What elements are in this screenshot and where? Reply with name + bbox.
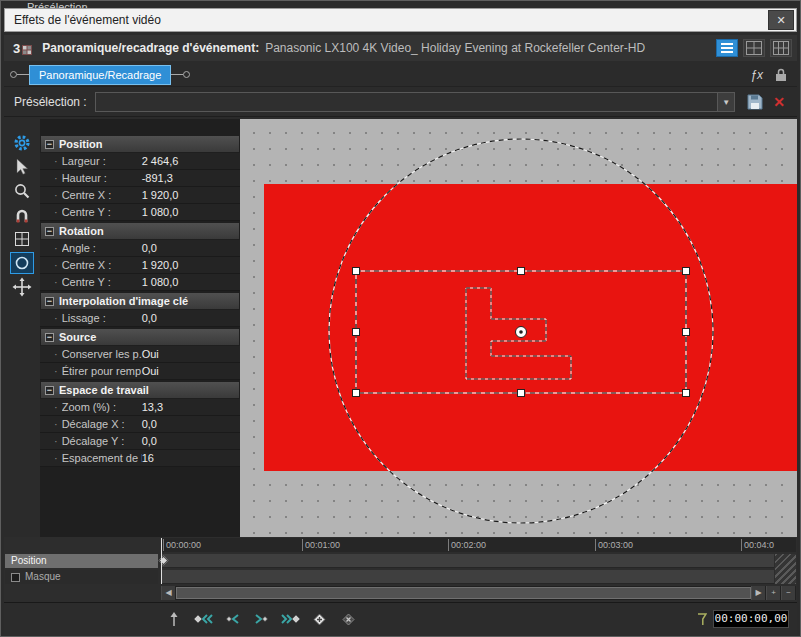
property-value[interactable]: -891,3 — [142, 172, 173, 184]
property-value[interactable]: 1 080,0 — [142, 276, 179, 288]
position-keyframe-lane[interactable] — [161, 554, 774, 568]
collapse-icon[interactable]: − — [45, 297, 54, 306]
preset-combobox[interactable]: ▼ — [95, 92, 736, 112]
crop-overlay[interactable] — [240, 119, 797, 537]
section-header-rotation[interactable]: − Rotation — [41, 223, 239, 239]
property-row[interactable]: Étirer pour remp...Oui — [40, 363, 240, 380]
preset-label: Présélection : — [14, 95, 87, 109]
crop-handle-n[interactable] — [518, 268, 525, 275]
track-row-masque[interactable]: Masque — [5, 570, 158, 584]
filter-flag-icon[interactable] — [697, 613, 707, 626]
delete-preset-button[interactable]: ✕ — [773, 94, 785, 110]
gear-tool-button[interactable] — [10, 132, 34, 154]
playhead[interactable] — [161, 538, 162, 584]
crop-handle-s[interactable] — [518, 390, 525, 397]
property-row[interactable]: Centre X :1 920,0 — [40, 187, 240, 204]
properties-list-button[interactable] — [716, 39, 738, 57]
close-button[interactable]: ✕ — [768, 10, 794, 30]
crop-handle-nw[interactable] — [353, 268, 360, 275]
sync-cursor-button[interactable] — [164, 610, 184, 628]
plugin-title: Panoramique/recadrage d'événement: — [42, 41, 259, 55]
property-row[interactable]: Décalage Y :0,0 — [40, 433, 240, 450]
zoom-tool-button[interactable] — [10, 180, 34, 202]
property-row[interactable]: Largeur :2 464,6 — [40, 153, 240, 170]
crop-handle-ne[interactable] — [683, 268, 690, 275]
zoom-out-button[interactable]: − — [781, 586, 796, 600]
section-title: Interpolation d'image clé — [59, 295, 188, 307]
zoom-in-button[interactable]: + — [766, 586, 781, 600]
masque-keyframe-lane[interactable] — [161, 570, 774, 584]
section-title: Rotation — [59, 225, 104, 237]
plugin-chain-button[interactable] — [775, 68, 787, 82]
hscroll-thumb[interactable] — [176, 587, 751, 599]
property-row[interactable]: Centre Y :1 080,0 — [40, 274, 240, 291]
property-value[interactable]: 1 920,0 — [142, 259, 179, 271]
property-row[interactable]: Zoom (%) :13,3 — [40, 399, 240, 416]
crop-handle-e[interactable] — [683, 329, 690, 336]
floppy-icon — [747, 94, 763, 110]
grid-tool-button[interactable] — [10, 228, 34, 250]
property-value[interactable]: 1 080,0 — [142, 206, 179, 218]
section-title: Source — [59, 331, 96, 343]
insert-keyframe-button[interactable] — [309, 610, 329, 628]
property-label: Centre X : — [62, 189, 142, 201]
property-row[interactable]: Décalage X :0,0 — [40, 416, 240, 433]
property-value[interactable]: 0,0 — [142, 242, 157, 254]
property-row[interactable]: Centre Y :1 080,0 — [40, 204, 240, 221]
track-row-position[interactable]: Position — [5, 554, 158, 568]
property-value[interactable]: Oui — [142, 365, 159, 377]
title-bar[interactable]: Effets de l'événement vidéo ✕ — [4, 8, 797, 32]
property-row[interactable]: Conserver les p...Oui — [40, 346, 240, 363]
property-value[interactable]: 16 — [142, 452, 154, 464]
property-value[interactable]: 1 920,0 — [142, 189, 179, 201]
section-header-position[interactable]: − Position — [41, 136, 239, 152]
layout-grid-button-2[interactable] — [770, 39, 792, 57]
timeline-hscrollbar[interactable]: ◀ ▶ + − — [161, 586, 796, 600]
property-value[interactable]: 0,0 — [142, 418, 157, 430]
circle-tool-button[interactable] — [10, 252, 34, 274]
scroll-left-button[interactable]: ◀ — [161, 586, 176, 600]
property-row[interactable]: Centre X :1 920,0 — [40, 257, 240, 274]
property-value[interactable]: Oui — [142, 348, 159, 360]
property-value[interactable]: 0,0 — [142, 435, 157, 447]
section-header-source[interactable]: − Source — [41, 329, 239, 345]
plugin-fx-button[interactable]: ƒx — [750, 68, 763, 82]
masque-checkbox[interactable] — [11, 573, 20, 582]
resize-grip[interactable] — [775, 554, 796, 584]
first-keyframe-button[interactable] — [193, 610, 213, 628]
save-preset-button[interactable] — [747, 94, 763, 110]
property-row[interactable]: Angle :0,0 — [40, 240, 240, 257]
collapse-icon[interactable]: − — [45, 386, 54, 395]
property-value[interactable]: 0,0 — [142, 312, 157, 324]
scroll-right-button[interactable]: ▶ — [751, 586, 766, 600]
move-tool-button[interactable] — [10, 276, 34, 298]
crop-handle-sw[interactable] — [353, 390, 360, 397]
timeline-ruler[interactable]: 00:00:00 00:01:00 00:02:00 00:03:00 00:0… — [161, 538, 796, 552]
pan-crop-chip[interactable]: Panoramique/Recadrage — [29, 65, 171, 85]
property-row[interactable]: Lissage :0,0 — [40, 310, 240, 327]
last-keyframe-button[interactable] — [280, 610, 300, 628]
grid-layout-icon — [746, 41, 762, 55]
section-header-workspace[interactable]: − Espace de travail — [41, 382, 239, 398]
magnet-tool-button[interactable] — [10, 204, 34, 226]
layout-grid-button[interactable] — [743, 39, 765, 57]
property-value[interactable]: 2 464,6 — [142, 155, 179, 167]
crop-handle-w[interactable] — [353, 329, 360, 336]
section-header-interpolation[interactable]: − Interpolation d'image clé — [41, 293, 239, 309]
ruler-label: 00:02:00 — [448, 539, 486, 551]
arrow-tool-button[interactable] — [10, 156, 34, 178]
workspace-canvas[interactable] — [240, 119, 797, 537]
property-label: Hauteur : — [62, 172, 142, 184]
property-row[interactable]: Hauteur :-891,3 — [40, 170, 240, 187]
timecode-display[interactable]: 00:00:00,00 — [713, 610, 789, 628]
previous-keyframe-button[interactable] — [222, 610, 242, 628]
collapse-icon[interactable]: − — [45, 227, 54, 236]
crop-handle-se[interactable] — [683, 390, 690, 397]
property-row[interactable]: Espacement de l...16 — [40, 450, 240, 467]
dropdown-arrow-icon[interactable]: ▼ — [717, 93, 734, 111]
delete-keyframe-button[interactable] — [338, 610, 358, 628]
collapse-icon[interactable]: − — [45, 140, 54, 149]
collapse-icon[interactable]: − — [45, 333, 54, 342]
next-keyframe-button[interactable] — [251, 610, 271, 628]
property-value[interactable]: 13,3 — [142, 401, 163, 413]
